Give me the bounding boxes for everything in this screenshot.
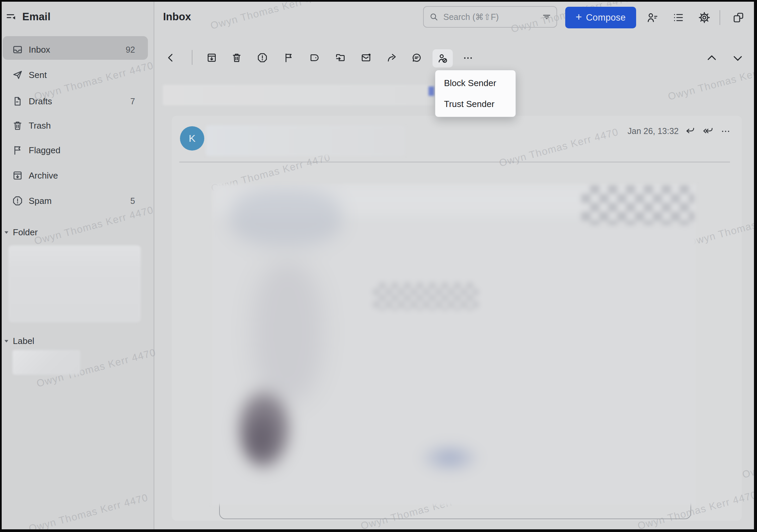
sidebar-section-label[interactable]: Label (3, 334, 149, 348)
sidebar-item-drafts[interactable]: Drafts 7 (3, 90, 148, 112)
avatar-initial: K (189, 133, 195, 144)
reply-all-button[interactable] (702, 125, 714, 137)
blur-shape (235, 403, 286, 477)
compose-label: Compose (586, 12, 626, 23)
sidebar-item-count: 92 (126, 45, 135, 55)
drafts-icon (12, 96, 23, 107)
sender-info-blurred (206, 125, 405, 156)
section-label: Folder (13, 227, 38, 238)
previous-message-button[interactable] (704, 51, 719, 65)
archive-icon (12, 170, 23, 181)
flag-button[interactable] (281, 50, 296, 65)
delete-button[interactable] (229, 50, 244, 65)
gear-icon (698, 11, 711, 24)
caret-down-icon (3, 338, 9, 344)
tag-button[interactable] (307, 50, 322, 65)
caret-down-icon (3, 229, 9, 235)
menu-item-block-sender[interactable]: Block Sender (435, 73, 516, 94)
next-message-button[interactable] (730, 51, 745, 65)
sidebar-item-inbox[interactable]: Inbox 92 (3, 39, 148, 60)
block-sender-icon (437, 53, 448, 64)
search-box[interactable] (423, 6, 557, 28)
inbox-icon (12, 44, 23, 55)
send-icon (12, 70, 23, 80)
mark-unread-button[interactable] (359, 50, 373, 65)
sidebar-item-flagged[interactable]: Flagged (3, 139, 148, 161)
label-list-item-blurred[interactable] (12, 350, 80, 375)
blur-shape (409, 437, 490, 479)
search-input[interactable] (443, 12, 542, 22)
sidebar-item-label: Spam (29, 196, 52, 206)
sidebar-item-label: Trash (29, 121, 51, 131)
blur-shape (373, 283, 478, 310)
contacts-icon (646, 11, 658, 24)
sender-avatar: K (180, 126, 204, 151)
sidebar-item-count: 5 (130, 196, 135, 206)
app-title: Email (22, 11, 51, 23)
filter-icon[interactable] (542, 12, 552, 22)
spam-icon (12, 195, 23, 206)
sidebar-collapse-icon[interactable] (5, 11, 17, 23)
flag-icon (12, 145, 23, 156)
sidebar-item-label: Drafts (29, 96, 52, 107)
sender-actions-menu: Block Sender Trust Sender (435, 70, 516, 117)
plus-icon: + (576, 11, 582, 23)
sidebar-item-archive[interactable]: Archive (3, 165, 148, 186)
contacts-button[interactable] (645, 10, 660, 25)
more-button[interactable] (461, 51, 475, 65)
back-button[interactable] (163, 50, 178, 65)
subject-link-fragment (428, 86, 434, 96)
sidebar-item-label: Sent (29, 70, 47, 80)
trash-icon (12, 120, 23, 131)
sidebar-item-label: Flagged (29, 145, 60, 156)
page-title: Inbox (163, 11, 191, 23)
compose-button[interactable]: + Compose (565, 7, 636, 28)
block-sender-button[interactable] (433, 49, 453, 68)
list-icon (672, 11, 684, 24)
split-view-icon (732, 11, 745, 24)
blur-shape (230, 189, 342, 246)
comment-button[interactable] (409, 50, 424, 65)
message-header-divider (179, 162, 730, 162)
message-more-button[interactable] (720, 126, 731, 137)
folder-list-item-blurred[interactable] (8, 245, 141, 322)
header-divider (720, 10, 720, 25)
menu-item-trust-sender[interactable]: Trust Sender (435, 94, 516, 114)
sidebar-item-label: Archive (29, 170, 58, 181)
sidebar-item-sent[interactable]: Sent (3, 64, 148, 86)
blur-shape (581, 185, 695, 225)
sidebar-section-folder[interactable]: Folder (3, 225, 149, 239)
move-to-folder-button[interactable] (333, 50, 348, 65)
forward-button[interactable] (384, 50, 399, 65)
sidebar-item-trash[interactable]: Trash (3, 115, 148, 136)
reply-button[interactable] (685, 125, 696, 137)
toolbar-divider (192, 50, 192, 65)
email-body-blurred (212, 184, 696, 505)
search-icon (429, 12, 439, 22)
archive-button[interactable] (204, 50, 219, 65)
settings-button[interactable] (697, 10, 712, 25)
sidebar-item-label: Inbox (29, 45, 50, 55)
app-header: Email (5, 10, 51, 24)
subject-line-blurred (163, 85, 434, 105)
message-date: Jan 26, 13:32 (604, 126, 679, 136)
sidebar-item-count: 7 (130, 97, 135, 106)
sidebar-item-spam[interactable]: Spam 5 (3, 190, 148, 212)
mark-spam-button[interactable] (255, 50, 270, 65)
section-label: Label (13, 336, 34, 346)
split-view-button[interactable] (731, 10, 746, 25)
mail-list-button[interactable] (671, 10, 686, 25)
